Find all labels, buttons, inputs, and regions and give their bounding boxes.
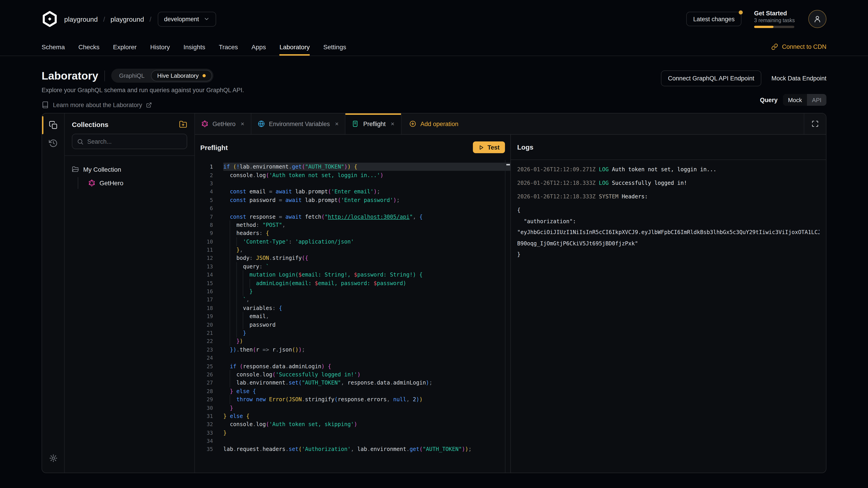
collection-folder-my-collection[interactable]: My Collection <box>72 164 187 175</box>
indent-guide <box>230 312 230 321</box>
line-number: 35 <box>195 446 213 453</box>
breadcrumb: playground / playground / development <box>64 11 216 26</box>
query-mode-api[interactable]: API <box>807 94 827 106</box>
code-line: 14 mutation Login($email: String!, $pass… <box>195 271 510 279</box>
breadcrumb-org[interactable]: playground <box>64 15 98 23</box>
collections-tree: My Collection GetHero <box>65 156 194 197</box>
workspace-region: GetHero✕Environment Variables✕Preflight✕… <box>195 113 826 473</box>
nav-tab-history[interactable]: History <box>150 38 170 56</box>
active-rail-indicator <box>42 116 43 134</box>
line-number: 16 <box>195 288 213 295</box>
laboratory-description: Explore your GraphQL schema and run quer… <box>41 87 244 94</box>
code-line: 25 if (response.data.adminLogin) { <box>195 362 510 370</box>
link-icon <box>771 43 778 50</box>
line-number: 5 <box>195 197 213 203</box>
line-number: 31 <box>195 413 213 419</box>
tab-preflight[interactable]: Preflight✕ <box>346 113 401 134</box>
nav-tab-settings[interactable]: Settings <box>323 38 346 56</box>
code-line: 18 variables: { <box>195 304 510 312</box>
line-number: 27 <box>195 380 213 386</box>
line-number: 26 <box>195 371 213 378</box>
code-line: 6 <box>195 204 510 213</box>
code-line: 21 } <box>195 329 510 337</box>
breadcrumb-separator: / <box>103 15 105 23</box>
editor-mode-toggle: GraphiQL Hive Laboratory <box>112 69 213 83</box>
fullscreen-button[interactable] <box>804 113 826 134</box>
log-detail-line: { <box>517 205 819 216</box>
line-number: 32 <box>195 421 213 428</box>
new-collection-icon[interactable] <box>179 120 187 128</box>
laboratory-panel: Collections My Collection GetHero <box>41 113 827 473</box>
connect-to-cdn-link[interactable]: Connect to CDN <box>771 38 827 56</box>
code-line: 8 method: "POST", <box>195 221 510 229</box>
rail-item-collections[interactable] <box>42 116 64 134</box>
code-line: 28 } else { <box>195 387 510 395</box>
page-title: Laboratory <box>41 69 98 82</box>
indent-guide <box>230 379 230 387</box>
tab-bar: GetHero✕Environment Variables✕Preflight✕… <box>195 113 826 135</box>
test-button[interactable]: Test <box>473 141 505 153</box>
rail-item-settings[interactable] <box>42 449 64 467</box>
nav-tab-traces[interactable]: Traces <box>219 38 238 56</box>
code-line: 13 query: ` <box>195 262 510 271</box>
get-started-widget[interactable]: Get Started 3 remaining tasks <box>754 10 796 28</box>
line-number: 24 <box>195 355 213 361</box>
person-icon <box>813 14 822 24</box>
indent-guide <box>243 270 243 280</box>
learn-more-link[interactable]: Learn more about the Laboratory <box>41 101 244 108</box>
nav-tab-schema[interactable]: Schema <box>41 38 65 56</box>
rail-item-history[interactable] <box>42 134 64 152</box>
latest-changes-button[interactable]: Latest changes <box>686 12 741 26</box>
fullscreen-icon <box>811 120 819 127</box>
chevron-down-icon <box>204 16 210 22</box>
code-line: 31} else { <box>195 412 510 420</box>
code-line: 11 }, <box>195 246 510 254</box>
log-detail-line: "eyJhbGciOiJIUzI1NiIsInR5cCI6IkpXVCJ9.ey… <box>517 227 819 238</box>
get-started-subtitle: 3 remaining tasks <box>754 18 796 23</box>
breadcrumb-project[interactable]: playground <box>111 15 144 23</box>
globe-icon <box>258 120 265 127</box>
code-editor[interactable]: 1if (!lab.environment.get("AUTH_TOKEN"))… <box>195 160 510 473</box>
tab-environment-variables[interactable]: Environment Variables✕ <box>251 113 346 134</box>
close-icon[interactable]: ✕ <box>391 121 395 127</box>
line-number: 14 <box>195 272 213 278</box>
collections-title: Collections <box>72 121 108 128</box>
laboratory-header-right: Connect GraphQL API Endpoint Mock Data E… <box>661 69 827 108</box>
nav-tab-explorer[interactable]: Explorer <box>113 38 136 56</box>
indent-guide <box>243 279 243 288</box>
plus-circle-icon <box>409 120 416 127</box>
line-number: 28 <box>195 388 213 394</box>
indent-guide <box>230 328 230 337</box>
target-selector[interactable]: development <box>158 11 216 26</box>
indent-guide <box>237 279 237 288</box>
nav-tab-checks[interactable]: Checks <box>79 38 99 56</box>
mock-data-endpoint-button[interactable]: Mock Data Endpoint <box>772 75 827 82</box>
indent-guide <box>237 304 237 313</box>
line-number: 23 <box>195 347 213 353</box>
nav-tab-laboratory[interactable]: Laboratory <box>279 38 310 56</box>
code-line: 7 const response = await fetch("http://l… <box>195 213 510 221</box>
nav-tab-apps[interactable]: Apps <box>252 38 266 56</box>
connect-graphql-api-endpoint-button[interactable]: Connect GraphQL API Endpoint <box>661 70 762 86</box>
close-icon[interactable]: ✕ <box>335 121 339 127</box>
close-icon[interactable]: ✕ <box>241 121 245 127</box>
add-operation-button[interactable]: Add operation <box>401 113 466 134</box>
minimap[interactable] <box>505 160 510 473</box>
logs-body: 2026-01-26T12:12:09.271Z LOG Auth token … <box>511 160 826 264</box>
line-number: 9 <box>195 230 213 236</box>
minimap-mark <box>506 164 510 165</box>
avatar[interactable] <box>808 10 827 28</box>
query-mode-mock[interactable]: Mock <box>783 94 807 106</box>
tab-gethero[interactable]: GetHero✕ <box>195 113 251 134</box>
nav-tab-insights[interactable]: Insights <box>184 38 206 56</box>
code-line: 1if (!lab.environment.get("AUTH_TOKEN"))… <box>195 163 510 171</box>
mode-option-hive-laboratory[interactable]: Hive Laboratory <box>151 70 212 81</box>
code-line: 5 const password = await lab.prompt('Ent… <box>195 196 510 204</box>
search-input[interactable] <box>87 138 182 145</box>
hive-logo-icon[interactable] <box>41 11 58 27</box>
collection-item-gethero[interactable]: GetHero <box>88 177 187 189</box>
log-entry: 2026-01-26T12:12:09.271Z LOG Auth token … <box>517 164 819 175</box>
code-line: 33} <box>195 429 510 437</box>
mode-option-graphiql[interactable]: GraphiQL <box>113 70 151 81</box>
line-number: 3 <box>195 180 213 187</box>
